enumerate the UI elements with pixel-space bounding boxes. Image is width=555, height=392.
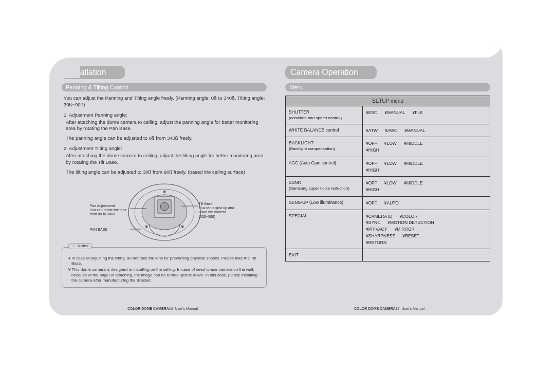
- menu-row-options: CAMERA IDCOLORSYNCMOTION DETECTIONPRIVAC…: [363, 210, 490, 249]
- right-section-title: Camera Operation: [285, 66, 377, 79]
- menu-row-label: EXIT: [286, 249, 363, 261]
- pan-adj-desc: You can rotate the lens from 0ß to 340ß.: [90, 208, 126, 216]
- menu-row: SPECIALCAMERA IDCOLORSYNCMOTION DETECTIO…: [286, 210, 490, 250]
- tilt-base-title: Tilt Base: [199, 202, 213, 206]
- menu-row-options: OFFLOWMIDDLEHIGH: [363, 157, 490, 177]
- menu-title: SETUP menu: [286, 96, 490, 106]
- footer-rest: User's Manual: [175, 307, 198, 310]
- menu-row-label: SHUTTER(condition and speed control): [286, 106, 363, 124]
- menu-row: WHITE BALANCE controlATWAWCMANUAL: [286, 124, 490, 138]
- menu-row-options: ATWAWCMANUAL: [363, 124, 490, 137]
- note-item: In case of adjusting the tilting, do not…: [66, 256, 262, 267]
- menu-row: BACKLIGHT(Backlight compensation)OFFLOWM…: [286, 137, 490, 157]
- manual-spread: Installation Panning & Tilting Control Y…: [49, 40, 503, 315]
- pan-adjustment-label: Pan Adjustment You can rotate the lens f…: [90, 204, 130, 217]
- menu-row-label: SPECIAL: [286, 210, 363, 249]
- item2-p1: After attaching the dome camera to ceili…: [66, 153, 267, 166]
- note-item: This dome camera is designed to installi…: [66, 267, 262, 283]
- left-sub-heading: Panning & Tilting Control: [62, 83, 267, 91]
- tilt-base-desc: You can adjust up and down the camera. (…: [199, 206, 234, 218]
- menu-row-options: OFFLOWMIDDLEHIGH: [363, 137, 490, 157]
- left-intro: You can adjust the Panning and Tilting a…: [64, 95, 267, 108]
- item1-title: 1. Adjustment Panning angle:: [64, 112, 267, 118]
- menu-row: SSNR(Samsung super noise reduction)OFFLO…: [286, 177, 490, 197]
- left-footer: COLOR DOME CAMERA16 User's Manual: [49, 307, 276, 310]
- page-right: Camera Operation Menu SETUP menu SHUTTER…: [276, 40, 503, 315]
- menu-row-label: BACKLIGHT(Backlight compensation): [286, 137, 363, 157]
- right-sub-heading: Menu: [285, 83, 490, 91]
- item1-p1: After attaching the dome camera to ceili…: [66, 119, 267, 133]
- menu-row-label: SSNR(Samsung super noise reduction): [286, 177, 363, 196]
- menu-row: SHUTTER(condition and speed control)ESCM…: [286, 106, 490, 124]
- pan-adj-title: Pan Adjustment: [90, 204, 115, 208]
- svg-point-8: [163, 190, 165, 193]
- hand-icon: ☞: [72, 244, 76, 249]
- menu-row-options: OFFLOWMIDDLEHIGH: [363, 177, 490, 196]
- menu-row-options: ESCMANUALFLK: [363, 106, 490, 124]
- menu-row-options: [363, 249, 490, 261]
- svg-point-6: [145, 225, 147, 228]
- tilt-base-label: Tilt Base You can adjust up and down the…: [199, 202, 239, 219]
- right-footer: COLOR DOME CAMERA17 User's Manual: [276, 307, 503, 310]
- menu-row-label: AGC (Auto Gain control): [286, 157, 363, 177]
- pan-base-label: PAN BASE: [90, 228, 108, 232]
- footer-rest: User's Manual: [402, 307, 425, 310]
- notes-label: Notes: [78, 244, 88, 249]
- camera-diagram: Pan Adjustment You can rotate the lens f…: [90, 180, 239, 242]
- menu-row-label: SENS-UP (Low illuminance): [286, 197, 363, 210]
- item1-p2: The panning angle can be adjusted to 0ß …: [66, 135, 267, 142]
- menu-row-label: WHITE BALANCE control: [286, 124, 363, 137]
- item2-title: 2. Adjustment Tilting angle:: [64, 145, 267, 151]
- setup-menu-table: SETUP menu SHUTTER(condition and speed c…: [285, 96, 490, 262]
- notes-tag: ☞ Notes: [68, 243, 92, 249]
- menu-row-options: OFFAUTO: [363, 197, 490, 210]
- svg-point-7: [181, 225, 183, 228]
- page-left: Installation Panning & Tilting Control Y…: [49, 40, 276, 315]
- notes-list: In case of adjusting the tilting, do not…: [66, 256, 262, 284]
- item2-p2: The tilting angle can be adjusted to 30ß…: [66, 169, 267, 176]
- footer-bold: COLOR DOME CAMERA: [127, 307, 169, 310]
- notes-box: ☞ Notes In case of adjusting the tilting…: [62, 247, 267, 288]
- footer-page: 17: [396, 307, 400, 310]
- menu-row: EXIT: [286, 249, 490, 261]
- footer-page: 16: [169, 307, 173, 310]
- svg-point-5: [160, 202, 169, 211]
- menu-row: SENS-UP (Low illuminance)OFFAUTO: [286, 197, 490, 210]
- menu-row: AGC (Auto Gain control)OFFLOWMIDDLEHIGH: [286, 157, 490, 177]
- footer-bold: COLOR DOME CAMERA: [354, 307, 396, 310]
